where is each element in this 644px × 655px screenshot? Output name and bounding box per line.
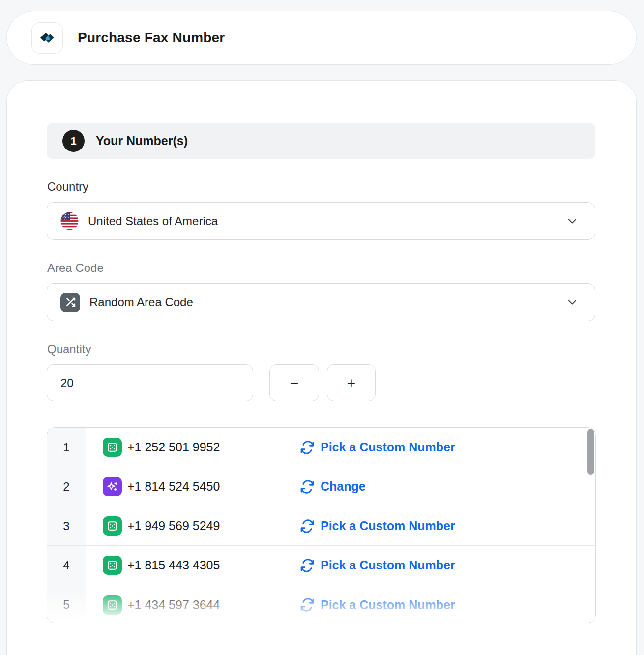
number-row: 5+1 434 597 3644Pick a Custom Number — [47, 585, 595, 623]
row-index: 5 — [47, 585, 86, 623]
number-row: 1+1 252 501 9952Pick a Custom Number — [47, 428, 595, 467]
us-flag-icon — [60, 212, 79, 230]
quantity-label: Quantity — [47, 342, 636, 356]
dice-icon — [103, 556, 122, 575]
dice-icon — [103, 516, 122, 536]
shuffle-icon — [60, 293, 80, 312]
numbers-table: 1+1 252 501 9952Pick a Custom Number2+1 … — [47, 427, 596, 623]
phone-number: +1 252 501 9952 — [127, 440, 300, 454]
row-index: 4 — [47, 546, 86, 585]
fax-app-logo-icon — [37, 28, 58, 48]
purchase-form-card: 1 Your Number(s) Country — [6, 80, 637, 655]
chevron-down-icon — [565, 214, 579, 228]
action-label: Pick a Custom Number — [321, 440, 455, 454]
row-main-cell: +1 949 569 5249Pick a Custom Number — [86, 506, 595, 545]
number-row: 3+1 949 569 5249Pick a Custom Number — [47, 506, 595, 546]
quantity-decrement-button[interactable]: − — [269, 364, 319, 401]
table-scrollbar-thumb[interactable] — [587, 429, 594, 475]
row-index: 2 — [47, 467, 86, 506]
action-label: Pick a Custom Number — [321, 519, 455, 533]
area-code-label: Area Code — [47, 261, 636, 275]
step-title: Your Number(s) — [96, 134, 188, 148]
row-main-cell: +1 252 501 9952Pick a Custom Number — [86, 428, 595, 467]
country-select[interactable]: United States of America — [47, 202, 595, 240]
area-code-value: Random Area Code — [89, 296, 556, 309]
page-title: Purchase Fax Number — [78, 30, 225, 46]
number-row: 2+1 814 524 5450Change — [47, 467, 595, 506]
pick-custom-number-link[interactable]: Pick a Custom Number — [300, 440, 455, 454]
repeat-icon — [300, 441, 314, 454]
phone-number: +1 815 443 4305 — [127, 558, 300, 572]
change-number-link[interactable]: Change — [300, 479, 366, 494]
step-number-badge: 1 — [62, 130, 85, 152]
chevron-down-icon — [565, 296, 579, 309]
sparkles-icon — [103, 477, 122, 496]
row-index: 1 — [47, 428, 86, 467]
action-label: Pick a Custom Number — [321, 558, 455, 572]
row-main-cell: +1 815 443 4305Pick a Custom Number — [86, 546, 595, 585]
dice-icon — [103, 595, 122, 615]
repeat-icon — [300, 480, 314, 494]
area-code-select[interactable]: Random Area Code — [47, 283, 595, 321]
country-label: Country — [47, 180, 636, 194]
phone-number: +1 434 597 3644 — [127, 598, 300, 612]
dice-icon — [103, 438, 122, 457]
repeat-icon — [300, 559, 314, 572]
number-row: 4+1 815 443 4305Pick a Custom Number — [47, 546, 595, 585]
repeat-icon — [300, 598, 314, 612]
header-card: Purchase Fax Number — [6, 11, 637, 65]
step-header: 1 Your Number(s) — [47, 123, 595, 159]
row-index: 3 — [47, 506, 86, 545]
action-label: Pick a Custom Number — [321, 598, 455, 612]
pick-custom-number-link[interactable]: Pick a Custom Number — [300, 558, 455, 572]
row-main-cell: +1 814 524 5450Change — [86, 467, 595, 506]
numbers-table-body: 1+1 252 501 9952Pick a Custom Number2+1 … — [47, 428, 595, 623]
country-value: United States of America — [88, 214, 556, 228]
phone-number: +1 814 524 5450 — [127, 479, 300, 494]
quantity-input[interactable] — [47, 364, 253, 401]
action-label: Change — [321, 479, 366, 494]
pick-custom-number-link[interactable]: Pick a Custom Number — [300, 598, 455, 612]
app-logo — [31, 22, 63, 54]
row-main-cell: +1 434 597 3644Pick a Custom Number — [86, 585, 595, 623]
quantity-increment-button[interactable]: + — [327, 364, 376, 401]
phone-number: +1 949 569 5249 — [127, 519, 300, 533]
repeat-icon — [300, 519, 314, 533]
pick-custom-number-link[interactable]: Pick a Custom Number — [300, 519, 455, 533]
